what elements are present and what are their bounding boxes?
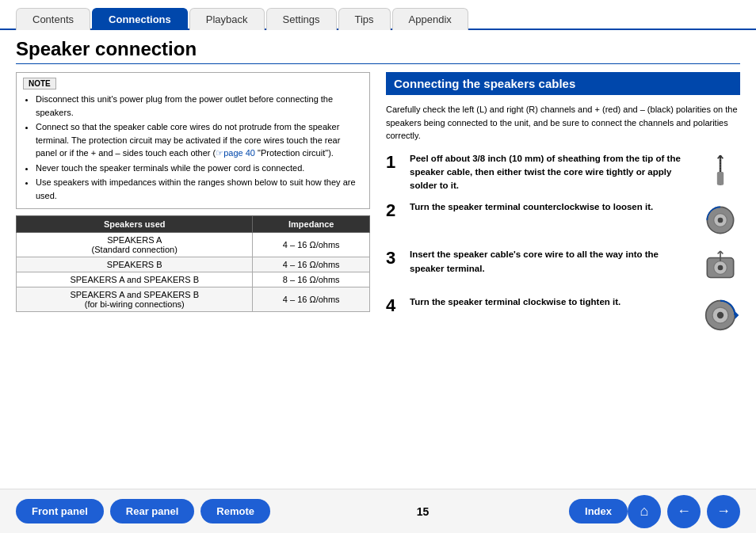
note-item-1: Disconnect this unit's power plug from t… <box>36 93 363 119</box>
step-3-number: 3 <box>386 248 402 268</box>
step-4-number: 4 <box>386 295 402 316</box>
speaker-table: Speakers used Impedance SPEAKERS A(Stand… <box>16 215 370 312</box>
forward-arrow-icon: → <box>716 503 731 520</box>
table-header-speakers: Speakers used <box>17 216 253 233</box>
section-header: Connecting the speakers cables <box>386 72 740 95</box>
step-2: 2 Turn the speaker terminal counterclock… <box>386 200 740 240</box>
svg-point-16 <box>717 312 724 318</box>
page-number: 15 <box>277 505 569 518</box>
tab-contents[interactable]: Contents <box>16 8 90 30</box>
step-1-number: 1 <box>386 152 402 173</box>
tab-playback[interactable]: Playback <box>189 8 265 30</box>
note-item-3: Never touch the speaker terminals while … <box>36 162 363 175</box>
step-2-image <box>701 200 740 240</box>
home-button[interactable]: ⌂ <box>628 495 661 528</box>
step-4: 4 Turn the speaker terminal clockwise to… <box>386 295 740 335</box>
tab-connections[interactable]: Connections <box>92 8 188 30</box>
step-2-text: Turn the speaker terminal counterclockwi… <box>410 200 693 214</box>
step-3-image <box>701 248 740 287</box>
table-cell-impedance-ab: 8 – 16 Ω/ohms <box>253 272 370 287</box>
svg-rect-3 <box>717 172 724 185</box>
right-column: Connecting the speakers cables Carefully… <box>386 72 740 479</box>
page-title: Speaker connection <box>16 38 740 64</box>
back-arrow-icon: ← <box>677 503 691 520</box>
step-1-image <box>701 152 740 192</box>
step-1: 1 Peel off about 3/8 inch (10 mm) of she… <box>386 152 740 193</box>
table-row: SPEAKERS B 4 – 16 Ω/ohms <box>17 257 370 272</box>
note-item-4: Use speakers with impedances within the … <box>36 176 363 202</box>
note-label: NOTE <box>23 78 56 89</box>
step-4-text: Turn the speaker terminal clockwise to t… <box>410 295 693 309</box>
svg-point-7 <box>718 218 724 223</box>
step-3: 3 Insert the speaker cable's core wire t… <box>386 248 740 287</box>
icon-buttons: ⌂ ← → <box>628 495 740 528</box>
table-cell-speakers-b: SPEAKERS B <box>17 257 253 272</box>
tab-appendix[interactable]: Appendix <box>392 8 468 30</box>
table-row: SPEAKERS A(Standard connection) 4 – 16 Ω… <box>17 233 370 257</box>
steps-list: 1 Peel off about 3/8 inch (10 mm) of she… <box>386 152 740 336</box>
table-cell-speakers-ab: SPEAKERS A and SPEAKERS B <box>17 272 253 287</box>
svg-marker-17 <box>735 311 739 319</box>
main-content: Speaker connection NOTE Disconnect this … <box>0 30 756 487</box>
home-icon: ⌂ <box>640 503 649 520</box>
front-panel-button[interactable]: Front panel <box>16 499 104 523</box>
index-button[interactable]: Index <box>569 499 628 523</box>
table-cell-impedance-ab-biwire: 4 – 16 Ω/ohms <box>253 287 370 312</box>
table-row: SPEAKERS A and SPEAKERS B 8 – 16 Ω/ohms <box>17 272 370 287</box>
intro-text: Carefully check the left (L) and right (… <box>386 103 740 143</box>
remote-button[interactable]: Remote <box>200 499 270 523</box>
table-row: SPEAKERS A and SPEAKERS B(for bi-wiring … <box>17 287 370 312</box>
back-button[interactable]: ← <box>667 495 701 528</box>
tab-settings[interactable]: Settings <box>266 8 337 30</box>
note-item-2: Connect so that the speaker cable core w… <box>36 120 363 160</box>
content-columns: NOTE Disconnect this unit's power plug f… <box>16 72 740 479</box>
page-link[interactable]: ☞page 40 <box>216 148 255 158</box>
step-1-text: Peel off about 3/8 inch (10 mm) of sheat… <box>410 152 693 193</box>
step-3-text: Insert the speaker cable's core wire to … <box>410 248 693 276</box>
table-cell-impedance-b: 4 – 16 Ω/ohms <box>253 257 370 272</box>
left-column: NOTE Disconnect this unit's power plug f… <box>16 72 370 479</box>
rear-panel-button[interactable]: Rear panel <box>110 499 194 523</box>
top-navigation: Contents Connections Playback Settings T… <box>0 0 756 30</box>
table-header-impedance: Impedance <box>253 216 370 233</box>
bottom-navigation: Front panel Rear panel Remote 15 Index ⌂… <box>0 489 756 533</box>
svg-point-10 <box>718 265 724 271</box>
table-cell-impedance-a: 4 – 16 Ω/ohms <box>253 233 370 257</box>
table-cell-speakers-ab-biwire: SPEAKERS A and SPEAKERS B(for bi-wiring … <box>17 287 253 312</box>
note-box: NOTE Disconnect this unit's power plug f… <box>16 72 370 209</box>
step-2-number: 2 <box>386 200 402 221</box>
forward-button[interactable]: → <box>707 495 740 528</box>
tab-tips[interactable]: Tips <box>338 8 391 30</box>
note-list: Disconnect this unit's power plug from t… <box>23 93 363 202</box>
table-cell-speakers-a: SPEAKERS A(Standard connection) <box>17 233 253 257</box>
step-4-image <box>701 295 740 335</box>
